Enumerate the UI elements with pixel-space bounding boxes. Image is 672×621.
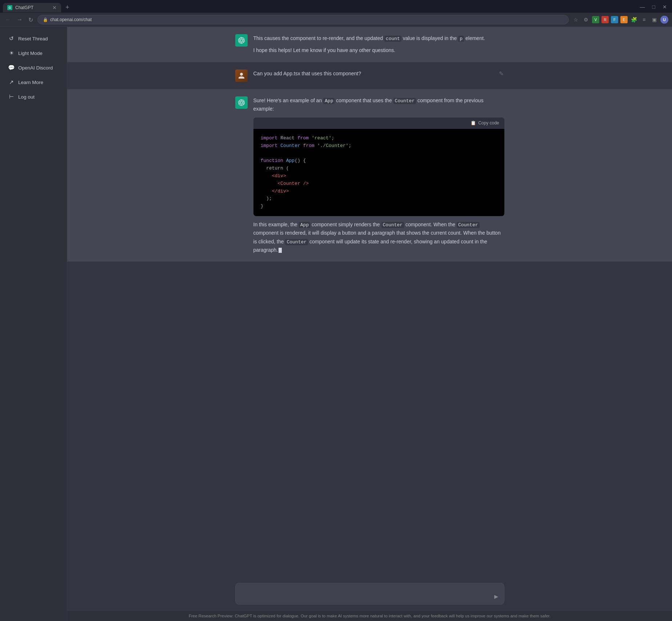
- puzzle-icon[interactable]: 🧩: [630, 16, 638, 24]
- profile-avatar[interactable]: U: [660, 16, 668, 24]
- code-line: );: [261, 195, 497, 203]
- forward-button[interactable]: →: [15, 16, 24, 24]
- gpt-avatar: [235, 34, 248, 47]
- sidebar-toggle[interactable]: ▣: [650, 16, 658, 24]
- bookmark-icon[interactable]: ☆: [572, 16, 580, 24]
- code-line: [261, 150, 497, 158]
- chat-input-field[interactable]: [241, 588, 486, 597]
- user-message-text: Can you add App.tsx that uses this compo…: [253, 69, 492, 78]
- tab-close-button[interactable]: ✕: [52, 5, 57, 10]
- inline-code-app2: App: [299, 222, 310, 228]
- chat-input-box: ►: [235, 583, 504, 605]
- copy-code-label: Copy code: [478, 120, 499, 126]
- code-line: import React from 'react';: [261, 135, 497, 142]
- sidebar-item-reset-thread[interactable]: ↺ Reset Thread: [2, 32, 65, 45]
- copy-icon: 📋: [471, 120, 476, 126]
- back-button[interactable]: ←: [4, 16, 12, 24]
- sidebar: ↺ Reset Thread ☀ Light Mode 💬 OpenAI Dis…: [0, 27, 67, 621]
- address-bar: ← → ↻ 🔒 chat.openai.com/chat ☆ ⚙ V R F E…: [0, 13, 672, 27]
- outro-text: In this example, the App component simpl…: [253, 220, 504, 254]
- menu-icon[interactable]: ≡: [640, 16, 648, 24]
- inline-code-counter4: Counter: [285, 239, 308, 245]
- discord-icon: 💬: [8, 64, 15, 71]
- app-container: ↺ Reset Thread ☀ Light Mode 💬 OpenAI Dis…: [0, 27, 672, 621]
- bottom-spacer: [67, 262, 672, 291]
- ext-red[interactable]: R: [601, 16, 609, 23]
- code-line: </div>: [261, 188, 497, 195]
- ext-blue[interactable]: F: [611, 16, 618, 23]
- sidebar-item-label: OpenAI Discord: [18, 65, 53, 71]
- sidebar-item-label: Log out: [18, 94, 35, 100]
- code-line: import Counter from './Counter';: [261, 142, 497, 150]
- footer-notice: Free Research Preview: ChatGPT is optimi…: [67, 610, 672, 621]
- sidebar-item-discord[interactable]: 💬 OpenAI Discord: [2, 61, 65, 75]
- copy-code-button[interactable]: 📋 Copy code: [471, 120, 499, 126]
- active-tab[interactable]: G ChatGPT ✕: [3, 3, 61, 12]
- ext-orange[interactable]: E: [620, 16, 628, 23]
- message-block-assistant-1: This causes the component to re-render, …: [67, 27, 672, 62]
- edit-message-button[interactable]: ✎: [498, 69, 504, 78]
- message-content-1: This causes the component to re-render, …: [253, 34, 504, 55]
- sidebar-item-label: Light Mode: [18, 51, 43, 56]
- code-block-header: 📋 Copy code: [253, 118, 504, 129]
- code-line: <Counter />: [261, 180, 497, 188]
- footer-text: Free Research Preview: ChatGPT is optimi…: [189, 614, 551, 618]
- main-content: This causes the component to re-render, …: [67, 27, 672, 621]
- user-avatar-placeholder: [235, 69, 248, 82]
- sidebar-item-label: Reset Thread: [18, 36, 48, 41]
- inline-code-counter3: Counter: [457, 222, 480, 228]
- sidebar-item-label: Learn More: [18, 80, 43, 85]
- sidebar-item-learn-more[interactable]: ↗ Learn More: [2, 75, 65, 89]
- url-text: chat.openai.com/chat: [50, 17, 92, 22]
- chat-area: This causes the component to re-render, …: [67, 27, 672, 577]
- toolbar-icons: ☆ ⚙ V R F E 🧩 ≡ ▣ U: [572, 16, 668, 24]
- message-inner: This causes the component to re-render, …: [235, 34, 504, 55]
- maximize-button[interactable]: □: [650, 3, 657, 11]
- tab-favicon: G: [7, 5, 12, 10]
- tab-title: ChatGPT: [15, 5, 33, 10]
- new-tab-button[interactable]: +: [63, 2, 72, 13]
- inline-code-counter: Counter: [393, 98, 416, 104]
- message-text: I hope this helps! Let me know if you ha…: [253, 46, 504, 55]
- intro-text: Sure! Here's an example of an App compon…: [253, 96, 504, 114]
- minimize-button[interactable]: —: [638, 3, 647, 11]
- code-line: }: [261, 203, 497, 210]
- message-inner: Can you add App.tsx that uses this compo…: [235, 69, 504, 82]
- window-controls: — □ ✕: [638, 3, 669, 12]
- message-block-assistant-2: Sure! Here's an example of an App compon…: [67, 89, 672, 262]
- sidebar-item-log-out[interactable]: ⊢ Log out: [2, 90, 65, 104]
- inline-code-counter2: Counter: [381, 222, 404, 228]
- message-content-2: Sure! Here's an example of an App compon…: [253, 96, 504, 255]
- message-actions: ✎: [498, 69, 504, 78]
- user-avatar: [235, 69, 248, 82]
- inline-code-app: App: [323, 98, 335, 104]
- tab-bar: G ChatGPT ✕ + — □ ✕: [0, 0, 672, 13]
- code-block-wrapper: 📋 Copy code import React from 'react'; i…: [253, 118, 504, 216]
- sun-icon: ☀: [8, 50, 15, 56]
- send-button[interactable]: ►: [493, 593, 500, 601]
- reload-button[interactable]: ↻: [27, 16, 35, 24]
- gpt-avatar-2: [235, 96, 248, 109]
- message-text: This causes the component to re-render, …: [253, 34, 504, 43]
- inline-code: count: [384, 36, 401, 42]
- extensions-icon[interactable]: ⚙: [582, 16, 590, 24]
- sidebar-item-light-mode[interactable]: ☀ Light Mode: [2, 46, 65, 60]
- close-window-button[interactable]: ✕: [660, 3, 669, 11]
- code-line: return (: [261, 165, 497, 172]
- input-area: ►: [67, 577, 672, 610]
- code-line: function App() {: [261, 157, 497, 165]
- url-bar[interactable]: 🔒 chat.openai.com/chat: [37, 15, 569, 24]
- logout-icon: ⊢: [8, 93, 15, 100]
- external-link-icon: ↗: [8, 79, 15, 85]
- lock-icon: 🔒: [43, 17, 48, 22]
- message-inner-2: Sure! Here's an example of an App compon…: [235, 96, 504, 255]
- message-block-user: Can you add App.tsx that uses this compo…: [67, 62, 672, 89]
- code-block: import React from 'react'; import Counte…: [253, 129, 504, 216]
- message-content-user: Can you add App.tsx that uses this compo…: [253, 69, 492, 78]
- ext-green[interactable]: V: [592, 16, 599, 23]
- reset-icon: ↺: [8, 35, 15, 42]
- code-line: <div>: [261, 172, 497, 180]
- browser-chrome: G ChatGPT ✕ + — □ ✕ ← → ↻ 🔒 chat.openai.…: [0, 0, 672, 27]
- cursor: [279, 248, 282, 253]
- inline-code: p: [458, 36, 464, 42]
